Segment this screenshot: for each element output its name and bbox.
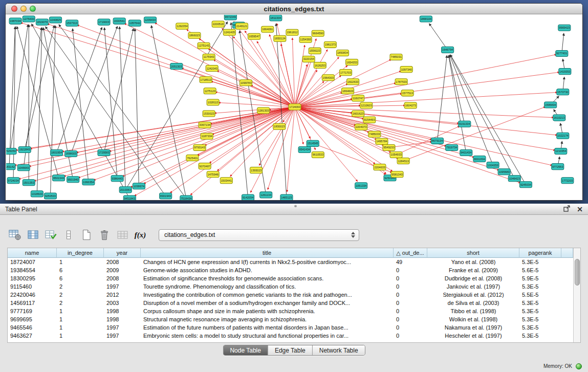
graph-node[interactable]: 2204633 bbox=[374, 164, 386, 170]
graph-node[interactable]: 1771703 bbox=[339, 70, 352, 76]
table-options-icon[interactable] bbox=[8, 228, 21, 242]
tab-edge-table[interactable]: Edge Table bbox=[268, 345, 312, 355]
graph-node[interactable]: 1664091 bbox=[262, 26, 274, 32]
graph-node[interactable]: 1275143 bbox=[198, 42, 210, 49]
graph-edge[interactable] bbox=[295, 107, 555, 150]
graph-edge[interactable] bbox=[144, 107, 295, 184]
graph-edge[interactable] bbox=[403, 107, 545, 161]
graph-node[interactable]: 1419353 bbox=[559, 69, 571, 75]
graph-node[interactable]: 9664590 bbox=[312, 30, 324, 36]
graph-node[interactable]: 1961812 bbox=[286, 29, 298, 35]
graph-node[interactable]: 1646794 bbox=[442, 47, 454, 53]
graph-edge[interactable] bbox=[295, 92, 557, 107]
graph-node[interactable]: 1475946 bbox=[207, 171, 219, 178]
graph-node[interactable]: 1922843 bbox=[18, 146, 31, 152]
graph-node[interactable]: 1209434 bbox=[144, 17, 156, 23]
column-header-name[interactable]: name bbox=[8, 248, 57, 258]
graph-node[interactable]: 7919734 bbox=[446, 144, 458, 150]
graph-node[interactable]: 1850834 bbox=[336, 50, 349, 56]
graph-node[interactable]: 9451843 bbox=[123, 195, 136, 200]
graph-node[interactable]: 9572349 bbox=[224, 15, 236, 20]
graph-node[interactable]: 1729583 bbox=[98, 149, 110, 156]
graph-node[interactable]: 9793143 bbox=[193, 144, 206, 150]
table-row[interactable]: 969969511998Structural magnetic resonanc… bbox=[8, 315, 573, 323]
graph-node[interactable]: 9070487 bbox=[199, 163, 211, 169]
graph-node[interactable]: 1054933 bbox=[390, 151, 402, 158]
table-row[interactable]: 1830029562008Estimation of significance … bbox=[8, 274, 573, 282]
graph-node[interactable]: 7518434 bbox=[180, 195, 192, 200]
float-panel-icon[interactable] bbox=[563, 205, 571, 214]
minimize-window-button[interactable] bbox=[20, 6, 27, 12]
graph-node[interactable]: 1630541 bbox=[113, 18, 125, 24]
graph-node[interactable]: 1210603 bbox=[360, 102, 373, 108]
graph-node[interactable]: 9724034 bbox=[7, 178, 19, 184]
graph-node[interactable]: 1483123 bbox=[280, 194, 293, 200]
graph-edge[interactable] bbox=[29, 107, 295, 166]
graph-node[interactable]: 1038674 bbox=[133, 183, 145, 189]
close-panel-icon[interactable]: ✕ bbox=[577, 206, 583, 213]
network-svg[interactable]: 1687034127543018190701040825153731317190… bbox=[6, 15, 582, 200]
delete-column-icon[interactable] bbox=[98, 228, 111, 242]
graph-node[interactable]: 1654353 bbox=[346, 59, 358, 65]
graph-node[interactable]: 1241405 bbox=[223, 29, 235, 35]
new-file-icon[interactable] bbox=[80, 228, 93, 242]
new-column-icon[interactable] bbox=[44, 228, 57, 242]
table-row[interactable]: 1872400712008Changes of HCN gene express… bbox=[8, 258, 573, 266]
graph-node[interactable]: 1626253 bbox=[314, 62, 326, 69]
column-header-pagerank[interactable]: pagerank bbox=[519, 248, 561, 258]
graph-node[interactable]: 2204073 bbox=[355, 124, 367, 130]
table-row[interactable]: 1456911722003Disruption of a novel membe… bbox=[8, 299, 573, 307]
graph-edge[interactable] bbox=[429, 24, 448, 50]
graph-node[interactable]: 1961373 bbox=[324, 41, 336, 48]
show-columns-icon[interactable] bbox=[26, 228, 39, 242]
graph-node[interactable]: 1687034 bbox=[9, 18, 21, 24]
graph-node[interactable]: 1275123 bbox=[204, 88, 216, 94]
graph-node[interactable]: 1577513 bbox=[401, 90, 413, 96]
graph-node[interactable]: 1719003 bbox=[98, 19, 110, 25]
graph-edge[interactable] bbox=[292, 38, 295, 107]
graph-node[interactable]: 1051334 bbox=[355, 183, 367, 189]
graph-node[interactable]: 9581343 bbox=[391, 171, 403, 178]
graph-node[interactable]: 2526050 bbox=[6, 148, 16, 154]
graph-node[interactable]: 8301943 bbox=[160, 193, 172, 199]
graph-node[interactable]: 1811304 bbox=[270, 15, 282, 21]
graph-node[interactable]: 1066354 bbox=[82, 179, 95, 185]
graph-node[interactable]: 2148121 bbox=[235, 23, 248, 29]
graph-edge[interactable] bbox=[449, 55, 466, 152]
graph-edge[interactable] bbox=[104, 29, 134, 153]
graph-node[interactable]: 1210354 bbox=[555, 148, 567, 154]
graph-node[interactable]: 9501940 bbox=[67, 177, 79, 183]
graph-node[interactable]: 2200518 bbox=[212, 21, 224, 27]
graph-node[interactable]: 1558223 bbox=[309, 48, 321, 54]
network-view-canvas[interactable]: 1687034127543018190701040825153731317190… bbox=[6, 15, 582, 200]
graph-edge[interactable] bbox=[295, 107, 384, 145]
graph-node[interactable]: 9565423 bbox=[558, 25, 571, 31]
graph-edge[interactable] bbox=[295, 107, 358, 181]
graph-node[interactable]: 2051303 bbox=[170, 63, 183, 70]
graph-node[interactable]: 9610533 bbox=[312, 151, 324, 158]
graph-node[interactable]: 1495784 bbox=[376, 138, 388, 144]
column-header-in_degree[interactable]: in_degree bbox=[57, 248, 104, 258]
graph-edge[interactable] bbox=[10, 25, 28, 151]
graph-edge[interactable] bbox=[50, 26, 55, 196]
scrollbar-thumb[interactable] bbox=[575, 259, 580, 286]
graph-node[interactable]: 1864603 bbox=[341, 88, 354, 94]
graph-node[interactable]: 9154493 bbox=[363, 117, 376, 123]
graph-edge[interactable] bbox=[231, 23, 248, 198]
graph-node[interactable]: 9401434 bbox=[460, 149, 472, 156]
graph-node[interactable]: 3067134 bbox=[199, 122, 211, 128]
graph-edge[interactable] bbox=[32, 24, 130, 199]
graph-node[interactable]: 1028113 bbox=[207, 99, 219, 105]
row-tools-icon[interactable] bbox=[62, 228, 75, 242]
table-row[interactable]: 1938455462009Genome-wide association stu… bbox=[8, 266, 573, 274]
graph-node[interactable]: 1595834 bbox=[545, 102, 557, 108]
graph-node[interactable]: 1046643 bbox=[17, 165, 30, 171]
graph-node[interactable]: 1868104 bbox=[420, 16, 432, 22]
graph-node[interactable]: 1537313 bbox=[66, 20, 78, 26]
graph-node[interactable]: 9549233 bbox=[383, 144, 395, 150]
graph-edge[interactable] bbox=[71, 26, 118, 154]
graph-node[interactable]: 1393023 bbox=[250, 167, 263, 173]
graph-node[interactable]: 1242043 bbox=[206, 65, 218, 72]
close-window-button[interactable] bbox=[11, 6, 17, 12]
graph-edge[interactable] bbox=[57, 28, 102, 153]
